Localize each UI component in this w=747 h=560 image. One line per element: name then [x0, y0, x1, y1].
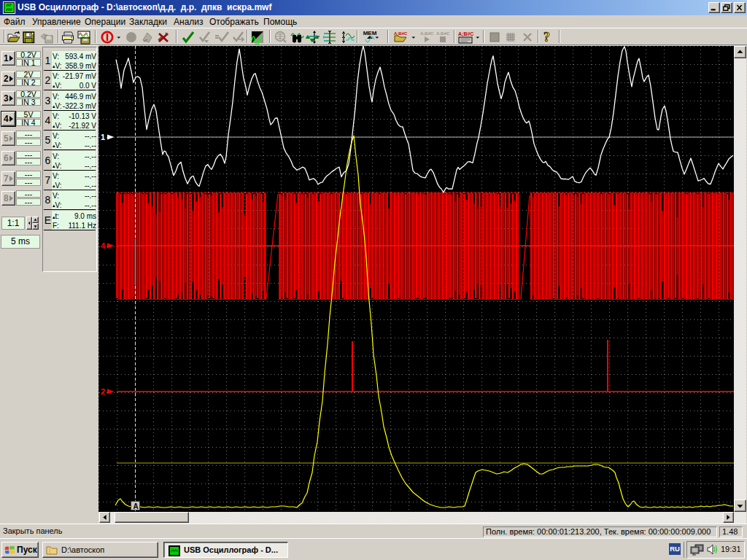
svg-text:1: 1 — [101, 133, 105, 141]
svg-text:?: ? — [543, 30, 550, 44]
svg-text:A;B#C: A;B#C — [420, 31, 434, 36]
svg-text:2: 2 — [101, 387, 105, 396]
svg-text:4: 4 — [101, 241, 106, 250]
svg-text:A;B#C: A;B#C — [458, 31, 473, 37]
svg-text:A;B#C: A;B#C — [436, 31, 450, 36]
svg-text:A: A — [133, 502, 139, 510]
svg-text:A;B#C: A;B#C — [394, 31, 408, 36]
